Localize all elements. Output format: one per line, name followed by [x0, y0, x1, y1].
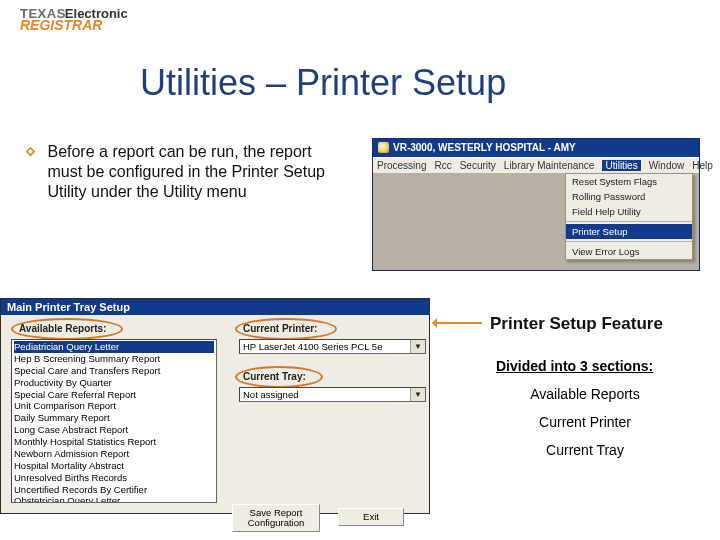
list-item[interactable]: Hep B Screening Summary Report	[14, 353, 214, 365]
app-window: VR-3000, WESTERLY HOSPITAL - AMY Process…	[372, 138, 700, 271]
app-titlebar: VR-3000, WESTERLY HOSPITAL - AMY	[373, 139, 699, 157]
dropdown-item[interactable]: View Error Logs	[566, 244, 692, 259]
list-item[interactable]: Pediatrician Query Letter	[14, 341, 214, 353]
menu-item[interactable]: Help	[692, 160, 713, 171]
section-current-printer: Current Printer	[485, 414, 685, 430]
available-reports-list[interactable]: Pediatrician Query LetterHep B Screening…	[11, 339, 217, 503]
list-item[interactable]: Newborn Admission Report	[14, 448, 214, 460]
list-item[interactable]: Productivity By Quarter	[14, 377, 214, 389]
current-tray-select[interactable]: Not assigned ▼	[239, 387, 426, 402]
label-current-tray: Current Tray:	[243, 371, 306, 382]
label-current-printer: Current Printer:	[243, 323, 317, 334]
list-item[interactable]: Unresolved Births Records	[14, 472, 214, 484]
list-item[interactable]: Uncertified Records By Certifier	[14, 484, 214, 496]
save-button[interactable]: Save Report Configuration	[232, 504, 320, 532]
list-item[interactable]: Special Care and Transfers Report	[14, 365, 214, 377]
chevron-down-icon[interactable]: ▼	[410, 388, 425, 401]
dropdown-item[interactable]: Field Help Utility	[566, 204, 692, 219]
page-title: Utilities – Printer Setup	[140, 62, 506, 104]
list-item[interactable]: Special Care Referral Report	[14, 389, 214, 401]
list-item[interactable]: Long Case Abstract Report	[14, 424, 214, 436]
exit-button[interactable]: Exit	[338, 508, 404, 526]
dropdown-item[interactable]: Reset System Flags	[566, 174, 692, 189]
intro-bullet: Before a report can be run, the report m…	[24, 142, 364, 202]
list-item[interactable]: Unit Comparison Report	[14, 400, 214, 412]
logo: TEXASElectronic REGISTRAR	[20, 6, 128, 32]
menu-item[interactable]: Security	[460, 160, 496, 171]
app-body: Reset System FlagsRolling PasswordField …	[373, 174, 699, 270]
chevron-down-icon[interactable]: ▼	[410, 340, 425, 353]
section-current-tray: Current Tray	[485, 442, 685, 458]
menu-item[interactable]: Processing	[377, 160, 426, 171]
app-menubar[interactable]: ProcessingRccSecurityLibrary Maintenance…	[373, 157, 699, 174]
section-available-reports: Available Reports	[485, 386, 685, 402]
app-icon	[378, 142, 389, 153]
callout-arrow-icon	[434, 322, 482, 324]
label-available-reports: Available Reports:	[19, 323, 106, 334]
menu-item[interactable]: Utilities	[602, 160, 640, 171]
printer-setup-titlebar: Main Printer Tray Setup	[1, 299, 429, 315]
dropdown-item[interactable]: Rolling Password	[566, 189, 692, 204]
menu-item[interactable]: Library Maintenance	[504, 160, 595, 171]
intro-text: Before a report can be run, the report m…	[47, 142, 347, 202]
current-tray-value: Not assigned	[243, 389, 298, 400]
list-item[interactable]: Daily Summary Report	[14, 412, 214, 424]
utilities-dropdown[interactable]: Reset System FlagsRolling PasswordField …	[565, 173, 693, 260]
app-title-text: VR-3000, WESTERLY HOSPITAL - AMY	[393, 142, 576, 153]
printer-setup-window: Main Printer Tray Setup Available Report…	[0, 298, 430, 514]
feature-heading: Printer Setup Feature	[490, 314, 663, 334]
list-item[interactable]: Hospital Mortality Abstract	[14, 460, 214, 472]
current-printer-select[interactable]: HP LaserJet 4100 Series PCL 5e ▼	[239, 339, 426, 354]
bullet-icon	[24, 145, 37, 158]
menu-item[interactable]: Window	[649, 160, 685, 171]
menu-item[interactable]: Rcc	[434, 160, 451, 171]
dropdown-item[interactable]: Printer Setup	[566, 224, 692, 239]
list-item[interactable]: Monthly Hospital Statistics Report	[14, 436, 214, 448]
current-printer-value: HP LaserJet 4100 Series PCL 5e	[243, 341, 382, 352]
list-item[interactable]: Obstetrician Query Letter	[14, 495, 214, 503]
divided-heading: Divided into 3 sections:	[496, 358, 653, 374]
